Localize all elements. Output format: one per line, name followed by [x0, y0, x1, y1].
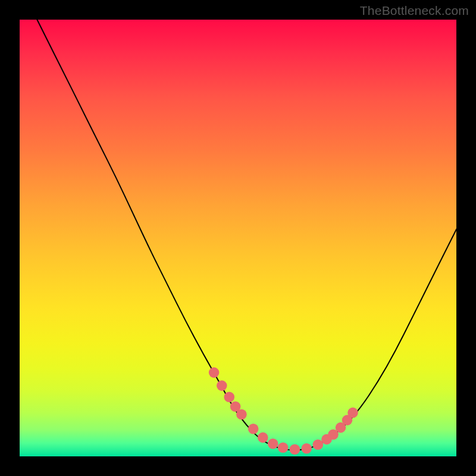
highlight-dot — [313, 439, 324, 450]
chart-frame: TheBottleneck.com — [0, 0, 476, 476]
highlight-dot — [290, 444, 300, 455]
highlight-dot — [224, 392, 235, 402]
highlight-dot — [347, 408, 358, 418]
highlight-dots — [209, 367, 358, 455]
highlight-dot — [301, 443, 312, 454]
bottleneck-curve — [33, 11, 456, 450]
watermark-text: TheBottleneck.com — [360, 4, 469, 18]
highlight-dot — [258, 433, 268, 443]
plot-area — [20, 20, 456, 456]
chart-svg — [20, 20, 456, 456]
highlight-dot — [248, 424, 259, 434]
highlight-dot — [236, 409, 247, 420]
highlight-dot — [268, 439, 278, 449]
highlight-dot — [217, 380, 227, 391]
highlight-dot — [278, 443, 289, 453]
highlight-dot — [209, 367, 220, 378]
